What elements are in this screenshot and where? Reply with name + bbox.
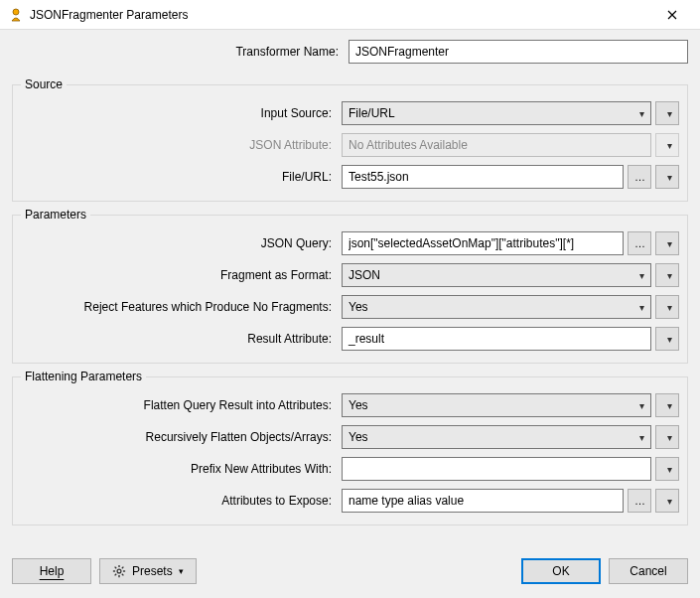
json-query-input[interactable]: json["selectedAssetOnMap"]["attributes"]… (342, 231, 624, 255)
ellipsis-icon (634, 495, 644, 507)
chevron-down-icon: ▾ (667, 432, 672, 443)
expose-label: Attributes to Expose: (21, 494, 338, 508)
presets-label: Presets (132, 564, 173, 578)
flattening-legend: Flattening Parameters (21, 370, 146, 383)
input-source-options-button[interactable]: ▾ (655, 101, 679, 125)
reject-select[interactable]: Yes ▾ (342, 295, 651, 319)
svg-point-1 (117, 569, 121, 573)
flatten-result-select[interactable]: Yes ▾ (342, 393, 651, 417)
input-source-label: Input Source: (21, 106, 338, 120)
svg-line-6 (115, 567, 117, 569)
prefix-input[interactable] (342, 457, 651, 481)
prefix-row: Prefix New Attributes With: ▾ (21, 457, 679, 481)
expose-input[interactable]: name type alias value (342, 489, 624, 513)
chevron-down-icon: ▾ (667, 464, 672, 475)
transformer-name-row: Transformer Name: JSONFragmenter (12, 40, 688, 64)
ellipsis-icon (634, 171, 644, 183)
expose-edit-button[interactable] (628, 489, 651, 513)
close-button[interactable] (652, 1, 692, 29)
transformer-name-label: Transformer Name: (12, 45, 345, 59)
chevron-down-icon: ▾ (667, 108, 672, 119)
result-attr-row: Result Attribute: _result ▾ (21, 327, 679, 351)
recursive-select[interactable]: Yes ▾ (342, 425, 651, 449)
file-url-input[interactable]: Test55.json (342, 165, 624, 189)
json-query-label: JSON Query: (21, 236, 338, 250)
json-query-edit-button[interactable] (628, 231, 651, 255)
chevron-down-icon: ▾ (667, 238, 672, 249)
transformer-name-input[interactable]: JSONFragmenter (349, 40, 688, 64)
prefix-options-button[interactable]: ▾ (655, 457, 679, 481)
svg-line-8 (122, 567, 124, 569)
svg-line-9 (115, 574, 117, 576)
ok-label: OK (552, 564, 569, 578)
expose-value: name type alias value (349, 494, 464, 508)
source-legend: Source (21, 77, 67, 91)
gear-icon (112, 564, 126, 578)
fragment-format-row: Fragment as Format: JSON ▾ ▾ (21, 263, 679, 287)
source-group: Source Input Source: File/URL ▾ ▾ JSON A… (12, 77, 688, 202)
app-icon (8, 7, 24, 23)
json-attribute-options-button: ▾ (655, 133, 679, 157)
chevron-down-icon: ▾ (639, 400, 644, 411)
json-attribute-row: JSON Attribute: No Attributes Available … (21, 133, 679, 157)
help-label: Help (40, 564, 65, 578)
cancel-button[interactable]: Cancel (609, 558, 688, 584)
flattening-group: Flattening Parameters Flatten Query Resu… (12, 370, 688, 525)
chevron-down-icon: ▾ (667, 496, 672, 507)
footer: Help Presets ▾ OK Cancel (12, 550, 688, 594)
input-source-row: Input Source: File/URL ▾ ▾ (21, 101, 679, 125)
input-source-select[interactable]: File/URL ▾ (342, 101, 651, 125)
fragment-format-options-button[interactable]: ▾ (655, 263, 679, 287)
help-button[interactable]: Help (12, 558, 91, 584)
parameters-legend: Parameters (21, 208, 90, 222)
result-attr-label: Result Attribute: (21, 332, 338, 346)
ellipsis-icon (634, 237, 644, 249)
file-url-row: File/URL: Test55.json ▾ (21, 165, 679, 189)
fragment-format-select[interactable]: JSON ▾ (342, 263, 651, 287)
fragment-format-label: Fragment as Format: (21, 268, 338, 282)
json-attribute-label: JSON Attribute: (21, 138, 338, 152)
recursive-label: Recursively Flatten Objects/Arrays: (21, 430, 338, 444)
json-query-options-button[interactable]: ▾ (655, 231, 679, 255)
expose-options-button[interactable]: ▾ (655, 489, 679, 513)
json-attribute-value: No Attributes Available (349, 138, 468, 152)
svg-point-0 (13, 9, 19, 15)
reject-row: Reject Features which Produce No Fragmen… (21, 295, 679, 319)
recursive-value: Yes (349, 430, 368, 444)
chevron-down-icon: ▾ (639, 302, 644, 313)
reject-value: Yes (349, 300, 368, 314)
file-url-browse-button[interactable] (628, 165, 651, 189)
transformer-name-value: JSONFragmenter (355, 45, 449, 59)
flatten-result-options-button[interactable]: ▾ (655, 393, 679, 417)
chevron-down-icon: ▾ (639, 270, 644, 281)
expose-row: Attributes to Expose: name type alias va… (21, 489, 679, 513)
json-attribute-input: No Attributes Available (342, 133, 651, 157)
input-source-value: File/URL (349, 106, 395, 120)
recursive-options-button[interactable]: ▾ (655, 425, 679, 449)
result-attr-input[interactable]: _result (342, 327, 651, 351)
ok-button[interactable]: OK (521, 558, 601, 584)
json-query-value: json["selectedAssetOnMap"]["attributes"]… (349, 236, 574, 250)
json-query-row: JSON Query: json["selectedAssetOnMap"]["… (21, 231, 679, 255)
result-attr-value: _result (349, 332, 384, 346)
reject-options-button[interactable]: ▾ (655, 295, 679, 319)
file-url-value: Test55.json (349, 170, 409, 184)
cancel-label: Cancel (630, 564, 666, 578)
prefix-label: Prefix New Attributes With: (21, 462, 338, 476)
chevron-down-icon: ▾ (667, 140, 672, 151)
chevron-down-icon: ▾ (639, 108, 644, 119)
presets-button[interactable]: Presets ▾ (99, 558, 197, 584)
reject-label: Reject Features which Produce No Fragmen… (21, 300, 338, 314)
result-attr-options-button[interactable]: ▾ (655, 327, 679, 351)
flatten-result-value: Yes (349, 398, 368, 412)
fragment-format-value: JSON (349, 268, 380, 282)
svg-line-7 (122, 574, 124, 576)
chevron-down-icon: ▾ (667, 270, 672, 281)
parameters-group: Parameters JSON Query: json["selectedAss… (12, 208, 688, 364)
titlebar: JSONFragmenter Parameters (0, 0, 700, 30)
dialog-body: Transformer Name: JSONFragmenter Source … (0, 30, 700, 598)
file-url-options-button[interactable]: ▾ (655, 165, 679, 189)
chevron-down-icon: ▾ (667, 302, 672, 313)
window-title: JSONFragmenter Parameters (30, 8, 652, 22)
chevron-down-icon: ▾ (639, 432, 644, 443)
